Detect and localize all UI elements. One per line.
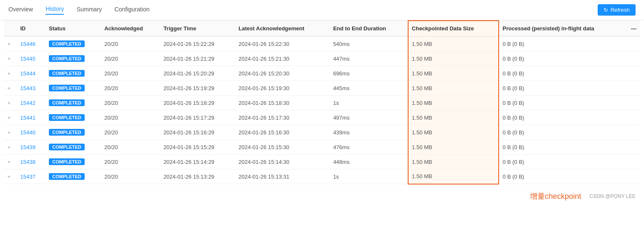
id-cell[interactable]: 15439 (17, 140, 45, 155)
id-cell[interactable]: 15438 (17, 155, 45, 169)
table-row: + 15438 COMPLETED 20/20 2024-01-26 15:14… (4, 155, 640, 169)
status-cell: COMPLETED (45, 51, 101, 66)
acknowledged-cell: 20/20 (101, 125, 160, 140)
id-cell[interactable]: 15443 (17, 81, 45, 96)
acknowledged-cell: 20/20 (101, 169, 160, 184)
history-table: ID Status Acknowledged Trigger Time Late… (4, 20, 640, 184)
status-cell: COMPLETED (45, 36, 101, 51)
latest-ack-cell: 2024-01-26 15:19:30 (235, 81, 330, 96)
expand-cell[interactable]: + (4, 36, 17, 51)
processed-data-cell: 0 B (0 B) (499, 125, 628, 140)
table-row: + 15440 COMPLETED 20/20 2024-01-26 15:16… (4, 125, 640, 140)
acknowledged-cell: 20/20 (101, 51, 160, 66)
nav-history[interactable]: History (45, 5, 64, 15)
id-cell[interactable]: 15440 (17, 125, 45, 140)
refresh-icon: ↻ (604, 7, 608, 13)
e2e-duration-cell: 476ms (330, 140, 408, 155)
latest-ack-cell: 2024-01-26 15:22:30 (235, 36, 330, 51)
extra-cell (628, 140, 640, 155)
table-row: + 15446 COMPLETED 20/20 2024-01-26 15:22… (4, 36, 640, 51)
trigger-time-cell: 2024-01-26 15:20:29 (160, 66, 235, 81)
history-table-container: ID Status Acknowledged Trigger Time Late… (0, 20, 644, 184)
e2e-duration-cell: 696ms (330, 66, 408, 81)
expand-cell[interactable]: + (4, 140, 17, 155)
table-row: + 15439 COMPLETED 20/20 2024-01-26 15:15… (4, 140, 640, 155)
acknowledged-cell: 20/20 (101, 110, 160, 125)
table-row: + 15444 COMPLETED 20/20 2024-01-26 15:20… (4, 66, 640, 81)
trigger-time-cell: 2024-01-26 15:17:29 (160, 110, 235, 125)
col-processed-data: Processed (persisted) in-flight data (499, 21, 628, 36)
table-body: + 15446 COMPLETED 20/20 2024-01-26 15:22… (4, 36, 640, 184)
nav-configuration[interactable]: Configuration (115, 6, 150, 14)
e2e-duration-cell: 447ms (330, 51, 408, 66)
status-cell: COMPLETED (45, 155, 101, 169)
checkpoint-size-cell: 1.50 MB (408, 110, 499, 125)
col-latest-ack: Latest Acknowledgement (235, 21, 330, 36)
checkpoint-size-cell: 1.50 MB (408, 81, 499, 96)
extra-cell (628, 155, 640, 169)
latest-ack-cell: 2024-01-26 15:14:30 (235, 155, 330, 169)
latest-ack-cell: 2024-01-26 15:21:30 (235, 51, 330, 66)
trigger-time-cell: 2024-01-26 15:22:29 (160, 36, 235, 51)
processed-data-cell: 0 B (0 B) (499, 66, 628, 81)
expand-cell[interactable]: + (4, 66, 17, 81)
extra-cell (628, 66, 640, 81)
credit-text: CSDN @PONY LEE (590, 193, 636, 199)
footer: 增量checkpoint CSDN @PONY LEE (0, 184, 644, 204)
latest-ack-cell: 2024-01-26 15:17:30 (235, 110, 330, 125)
acknowledged-cell: 20/20 (101, 155, 160, 169)
table-row: + 15442 COMPLETED 20/20 2024-01-26 15:18… (4, 96, 640, 110)
trigger-time-cell: 2024-01-26 15:14:29 (160, 155, 235, 169)
checkpoint-size-cell: 1.50 MB (408, 36, 499, 51)
processed-data-cell: 0 B (0 B) (499, 140, 628, 155)
processed-data-cell: 0 B (0 B) (499, 96, 628, 110)
extra-cell (628, 110, 640, 125)
trigger-time-cell: 2024-01-26 15:13:29 (160, 169, 235, 184)
latest-ack-cell: 2024-01-26 15:16:30 (235, 125, 330, 140)
col-expand (4, 21, 17, 36)
e2e-duration-cell: 445ms (330, 81, 408, 96)
checkpoint-size-cell: 1.50 MB (408, 169, 499, 184)
acknowledged-cell: 20/20 (101, 96, 160, 110)
id-cell[interactable]: 15437 (17, 169, 45, 184)
expand-cell[interactable]: + (4, 96, 17, 110)
acknowledged-cell: 20/20 (101, 66, 160, 81)
expand-cell[interactable]: + (4, 155, 17, 169)
table-row: + 15441 COMPLETED 20/20 2024-01-26 15:17… (4, 110, 640, 125)
col-id: ID (17, 21, 45, 36)
extra-cell (628, 125, 640, 140)
expand-cell[interactable]: + (4, 51, 17, 66)
trigger-time-cell: 2024-01-26 15:16:29 (160, 125, 235, 140)
id-cell[interactable]: 15442 (17, 96, 45, 110)
table-row: + 15437 COMPLETED 20/20 2024-01-26 15:13… (4, 169, 640, 184)
e2e-duration-cell: 1s (330, 169, 408, 184)
expand-cell[interactable]: + (4, 110, 17, 125)
extra-cell (628, 36, 640, 51)
extra-cell (628, 81, 640, 96)
expand-cell[interactable]: + (4, 125, 17, 140)
table-row: + 15443 COMPLETED 20/20 2024-01-26 15:19… (4, 81, 640, 96)
expand-cell[interactable]: + (4, 81, 17, 96)
col-trigger-time: Trigger Time (160, 21, 235, 36)
latest-ack-cell: 2024-01-26 15:13:31 (235, 169, 330, 184)
acknowledged-cell: 20/20 (101, 140, 160, 155)
extra-cell (628, 96, 640, 110)
nav-summary[interactable]: Summary (77, 6, 102, 14)
status-cell: COMPLETED (45, 110, 101, 125)
id-cell[interactable]: 15446 (17, 36, 45, 51)
trigger-time-cell: 2024-01-26 15:18:29 (160, 96, 235, 110)
status-cell: COMPLETED (45, 66, 101, 81)
id-cell[interactable]: 15441 (17, 110, 45, 125)
expand-cell[interactable]: + (4, 169, 17, 184)
e2e-duration-cell: 448ms (330, 155, 408, 169)
trigger-time-cell: 2024-01-26 15:21:29 (160, 51, 235, 66)
extra-cell (628, 169, 640, 184)
id-cell[interactable]: 15444 (17, 66, 45, 81)
refresh-button[interactable]: ↻ Refresh (598, 4, 636, 16)
latest-ack-cell: 2024-01-26 15:15:30 (235, 140, 330, 155)
latest-ack-cell: 2024-01-26 15:18:30 (235, 96, 330, 110)
e2e-duration-cell: 1s (330, 96, 408, 110)
id-cell[interactable]: 15445 (17, 51, 45, 66)
nav-overview[interactable]: Overview (8, 6, 33, 14)
col-extra: — (628, 21, 640, 36)
